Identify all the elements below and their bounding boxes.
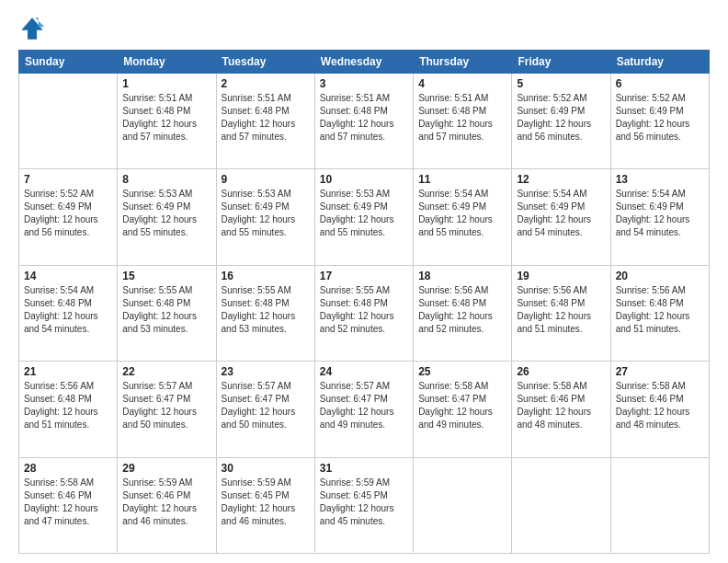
day-number: 27 xyxy=(616,365,704,378)
calendar-cell: 15Sunrise: 5:55 AMSunset: 6:48 PMDayligh… xyxy=(118,265,216,361)
day-header-friday: Friday xyxy=(512,51,610,74)
calendar-cell: 3Sunrise: 5:51 AMSunset: 6:48 PMDaylight… xyxy=(314,74,413,169)
calendar-cell: 16Sunrise: 5:55 AMSunset: 6:48 PMDayligh… xyxy=(216,265,314,361)
day-info: Sunrise: 5:54 AMSunset: 6:49 PMDaylight:… xyxy=(517,188,605,239)
day-number: 23 xyxy=(222,365,310,378)
day-header-thursday: Thursday xyxy=(414,51,512,74)
day-number: 24 xyxy=(320,365,408,378)
day-number: 9 xyxy=(222,173,310,186)
day-info: Sunrise: 5:59 AMSunset: 6:45 PMDaylight:… xyxy=(320,477,408,528)
calendar-cell: 1Sunrise: 5:51 AMSunset: 6:48 PMDaylight… xyxy=(118,74,216,169)
day-info: Sunrise: 5:58 AMSunset: 6:47 PMDaylight:… xyxy=(418,380,506,431)
page: SundayMondayTuesdayWednesdayThursdayFrid… xyxy=(0,0,728,563)
day-number: 10 xyxy=(320,173,408,186)
calendar-cell: 7Sunrise: 5:52 AMSunset: 6:49 PMDaylight… xyxy=(19,169,118,265)
calendar-cell: 13Sunrise: 5:54 AMSunset: 6:49 PMDayligh… xyxy=(610,169,709,265)
day-number: 25 xyxy=(418,365,506,378)
calendar-cell: 5Sunrise: 5:52 AMSunset: 6:49 PMDaylight… xyxy=(512,74,610,169)
day-info: Sunrise: 5:52 AMSunset: 6:49 PMDaylight:… xyxy=(616,92,704,144)
calendar-cell: 22Sunrise: 5:57 AMSunset: 6:47 PMDayligh… xyxy=(118,362,216,457)
calendar-cell: 9Sunrise: 5:53 AMSunset: 6:49 PMDaylight… xyxy=(216,169,314,265)
week-row-4: 21Sunrise: 5:56 AMSunset: 6:48 PMDayligh… xyxy=(19,362,710,457)
day-number: 3 xyxy=(320,77,408,90)
logo-icon xyxy=(18,15,46,42)
day-info: Sunrise: 5:57 AMSunset: 6:47 PMDaylight:… xyxy=(222,380,310,431)
day-header-saturday: Saturday xyxy=(610,51,709,74)
day-info: Sunrise: 5:57 AMSunset: 6:47 PMDaylight:… xyxy=(320,380,408,431)
day-info: Sunrise: 5:51 AMSunset: 6:48 PMDaylight:… xyxy=(122,92,210,144)
day-info: Sunrise: 5:56 AMSunset: 6:48 PMDaylight:… xyxy=(616,284,704,336)
calendar-cell: 12Sunrise: 5:54 AMSunset: 6:49 PMDayligh… xyxy=(512,169,610,265)
day-info: Sunrise: 5:51 AMSunset: 6:48 PMDaylight:… xyxy=(222,92,310,144)
calendar-cell: 20Sunrise: 5:56 AMSunset: 6:48 PMDayligh… xyxy=(610,265,709,361)
calendar-cell: 30Sunrise: 5:59 AMSunset: 6:45 PMDayligh… xyxy=(216,457,314,553)
day-info: Sunrise: 5:53 AMSunset: 6:49 PMDaylight:… xyxy=(122,188,210,239)
calendar-header-row: SundayMondayTuesdayWednesdayThursdayFrid… xyxy=(19,51,710,74)
header xyxy=(18,15,710,42)
day-number: 16 xyxy=(222,270,310,282)
svg-marker-0 xyxy=(21,17,42,39)
day-info: Sunrise: 5:52 AMSunset: 6:49 PMDaylight:… xyxy=(24,188,112,239)
day-info: Sunrise: 5:54 AMSunset: 6:49 PMDaylight:… xyxy=(418,188,506,239)
calendar-cell: 31Sunrise: 5:59 AMSunset: 6:45 PMDayligh… xyxy=(314,457,413,553)
day-info: Sunrise: 5:58 AMSunset: 6:46 PMDaylight:… xyxy=(517,380,605,431)
week-row-5: 28Sunrise: 5:58 AMSunset: 6:46 PMDayligh… xyxy=(19,457,710,553)
day-info: Sunrise: 5:58 AMSunset: 6:46 PMDaylight:… xyxy=(24,477,112,528)
day-number: 12 xyxy=(517,173,605,186)
day-number: 22 xyxy=(122,365,210,378)
day-info: Sunrise: 5:55 AMSunset: 6:48 PMDaylight:… xyxy=(222,284,310,336)
day-number: 29 xyxy=(122,462,210,475)
day-number: 5 xyxy=(517,77,605,90)
day-info: Sunrise: 5:53 AMSunset: 6:49 PMDaylight:… xyxy=(222,188,310,239)
day-number: 13 xyxy=(616,173,704,186)
calendar-cell: 21Sunrise: 5:56 AMSunset: 6:48 PMDayligh… xyxy=(19,362,118,457)
calendar-cell: 10Sunrise: 5:53 AMSunset: 6:49 PMDayligh… xyxy=(314,169,413,265)
logo xyxy=(18,15,50,42)
day-info: Sunrise: 5:56 AMSunset: 6:48 PMDaylight:… xyxy=(517,284,605,336)
calendar-cell: 2Sunrise: 5:51 AMSunset: 6:48 PMDaylight… xyxy=(216,74,314,169)
day-number: 14 xyxy=(24,270,112,282)
day-number: 30 xyxy=(222,462,310,475)
day-number: 18 xyxy=(418,270,506,282)
calendar-cell: 28Sunrise: 5:58 AMSunset: 6:46 PMDayligh… xyxy=(19,457,118,553)
day-header-tuesday: Tuesday xyxy=(216,51,314,74)
calendar-cell: 26Sunrise: 5:58 AMSunset: 6:46 PMDayligh… xyxy=(512,362,610,457)
calendar-cell: 25Sunrise: 5:58 AMSunset: 6:47 PMDayligh… xyxy=(414,362,512,457)
calendar-cell: 8Sunrise: 5:53 AMSunset: 6:49 PMDaylight… xyxy=(118,169,216,265)
day-info: Sunrise: 5:57 AMSunset: 6:47 PMDaylight:… xyxy=(122,380,210,431)
day-number: 17 xyxy=(320,270,408,282)
calendar-cell: 6Sunrise: 5:52 AMSunset: 6:49 PMDaylight… xyxy=(610,74,709,169)
week-row-3: 14Sunrise: 5:54 AMSunset: 6:48 PMDayligh… xyxy=(19,265,710,361)
day-number: 15 xyxy=(122,270,210,282)
day-header-wednesday: Wednesday xyxy=(314,51,413,74)
calendar-cell: 11Sunrise: 5:54 AMSunset: 6:49 PMDayligh… xyxy=(414,169,512,265)
day-number: 20 xyxy=(616,270,704,282)
day-number: 21 xyxy=(24,365,112,378)
calendar-cell xyxy=(19,74,118,169)
calendar-cell xyxy=(610,457,709,553)
day-info: Sunrise: 5:51 AMSunset: 6:48 PMDaylight:… xyxy=(320,92,408,144)
day-info: Sunrise: 5:55 AMSunset: 6:48 PMDaylight:… xyxy=(320,284,408,336)
calendar-cell: 24Sunrise: 5:57 AMSunset: 6:47 PMDayligh… xyxy=(314,362,413,457)
calendar-cell xyxy=(512,457,610,553)
day-number: 31 xyxy=(320,462,408,475)
calendar-cell: 18Sunrise: 5:56 AMSunset: 6:48 PMDayligh… xyxy=(414,265,512,361)
calendar-cell: 17Sunrise: 5:55 AMSunset: 6:48 PMDayligh… xyxy=(314,265,413,361)
day-info: Sunrise: 5:54 AMSunset: 6:48 PMDaylight:… xyxy=(24,284,112,336)
calendar-cell xyxy=(414,457,512,553)
day-number: 1 xyxy=(122,77,210,90)
day-number: 28 xyxy=(24,462,112,475)
calendar-cell: 4Sunrise: 5:51 AMSunset: 6:48 PMDaylight… xyxy=(414,74,512,169)
day-info: Sunrise: 5:52 AMSunset: 6:49 PMDaylight:… xyxy=(517,92,605,144)
day-info: Sunrise: 5:53 AMSunset: 6:49 PMDaylight:… xyxy=(320,188,408,239)
day-number: 6 xyxy=(616,77,704,90)
calendar-cell: 29Sunrise: 5:59 AMSunset: 6:46 PMDayligh… xyxy=(118,457,216,553)
day-number: 4 xyxy=(418,77,506,90)
day-info: Sunrise: 5:58 AMSunset: 6:46 PMDaylight:… xyxy=(616,380,704,431)
day-info: Sunrise: 5:59 AMSunset: 6:45 PMDaylight:… xyxy=(222,477,310,528)
day-info: Sunrise: 5:55 AMSunset: 6:48 PMDaylight:… xyxy=(122,284,210,336)
day-number: 8 xyxy=(122,173,210,186)
week-row-1: 1Sunrise: 5:51 AMSunset: 6:48 PMDaylight… xyxy=(19,74,710,169)
day-number: 19 xyxy=(517,270,605,282)
day-header-sunday: Sunday xyxy=(19,51,118,74)
